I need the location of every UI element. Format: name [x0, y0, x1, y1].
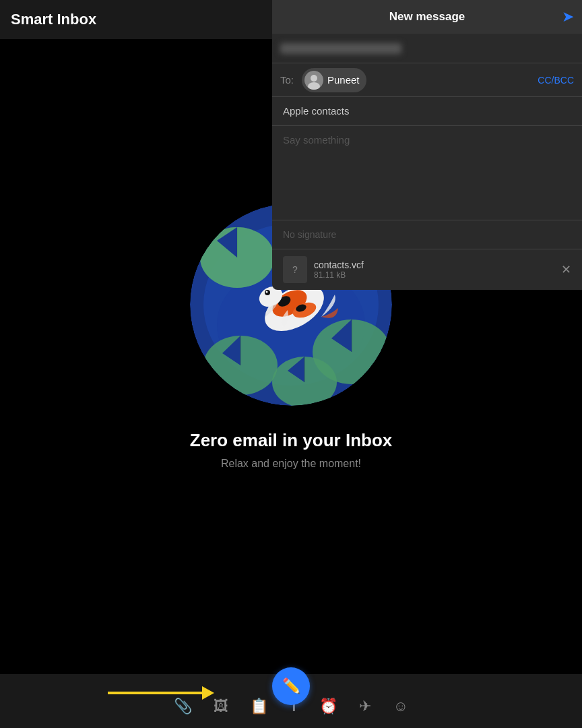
- to-label: To:: [280, 74, 296, 86]
- send-later-toolbar-button[interactable]: ✈: [359, 698, 371, 715]
- contacts-label: Apple contacts: [283, 105, 349, 117]
- compose-pencil-icon: ✏️: [282, 677, 300, 695]
- svg-point-16: [266, 291, 268, 293]
- to-field[interactable]: To: Puneet CC/BCC: [272, 63, 582, 97]
- attachment-file-icon: ?: [283, 256, 307, 283]
- body-area[interactable]: Say something: [272, 126, 582, 220]
- arrow-head: [202, 686, 214, 700]
- compose-button[interactable]: ✏️: [272, 667, 310, 705]
- empty-title: Zero email in your Inbox: [190, 430, 393, 451]
- recipient-chip[interactable]: Puneet: [302, 68, 366, 92]
- from-blurred-value: [280, 43, 401, 54]
- attachment-size: 81.11 kB: [314, 270, 554, 280]
- image-icon: 🖼: [214, 698, 228, 715]
- empty-subtitle: Relax and enjoy the moment!: [221, 458, 361, 470]
- send-later-icon: ✈: [359, 698, 371, 715]
- body-placeholder: Say something: [283, 134, 350, 146]
- signature-text: No signature: [283, 229, 336, 240]
- cc-bcc-button[interactable]: CC/BCC: [538, 75, 574, 86]
- arrow-annotation: [108, 686, 214, 700]
- subject-area[interactable]: Apple contacts: [272, 97, 582, 126]
- new-message-title: New message: [389, 10, 465, 24]
- arrow-shaft: [108, 692, 202, 694]
- template-toolbar-button[interactable]: 📋: [250, 698, 268, 715]
- attachment-toolbar-button[interactable]: 📎: [174, 698, 192, 715]
- template-icon: 📋: [250, 698, 268, 715]
- send-button[interactable]: ➤: [562, 8, 574, 26]
- more-toolbar-button[interactable]: ☺: [393, 698, 408, 715]
- more-icon: ☺: [393, 698, 408, 715]
- clock-icon: ⏰: [319, 698, 337, 715]
- attachment-close-button[interactable]: ✕: [561, 262, 571, 277]
- signature-area: No signature: [272, 220, 582, 249]
- from-field: [272, 34, 582, 63]
- attachment-info: contacts.vcf 81.11 kB: [314, 260, 554, 280]
- new-message-header: New message ➤: [272, 0, 582, 34]
- new-message-overlay: New message ➤ To: Puneet CC/BCC Apple co…: [272, 0, 582, 290]
- attachment-icon: 📎: [174, 698, 192, 715]
- recipient-avatar: [304, 71, 323, 90]
- bottom-toolbar: ✏️ 📎 🖼 📋 T ⏰ ✈ ☺: [0, 674, 582, 728]
- image-toolbar-button[interactable]: 🖼: [214, 698, 228, 715]
- attachment-name: contacts.vcf: [314, 260, 554, 270]
- attachment-area: ? contacts.vcf 81.11 kB ✕: [272, 249, 582, 290]
- clock-toolbar-button[interactable]: ⏰: [319, 698, 337, 715]
- svg-point-18: [311, 75, 317, 82]
- recipient-name: Puneet: [327, 74, 360, 86]
